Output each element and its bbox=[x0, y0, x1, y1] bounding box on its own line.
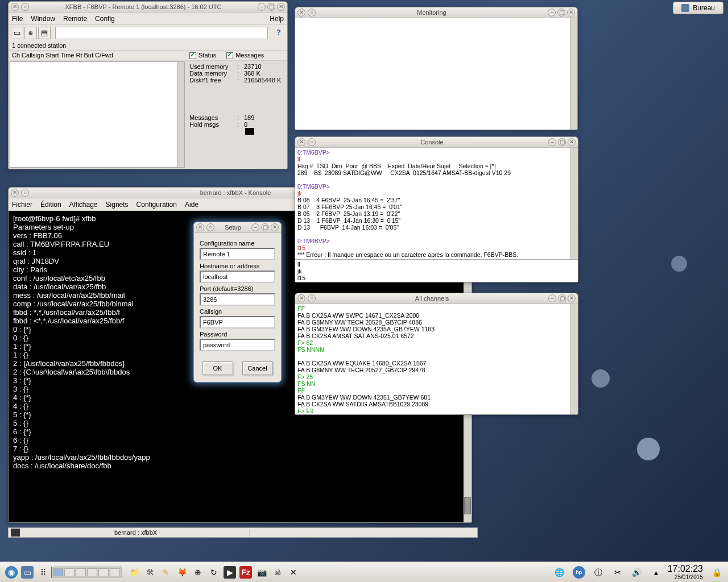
close-icon[interactable]: ✕ bbox=[277, 3, 285, 11]
network-icon[interactable]: 🌐 bbox=[553, 566, 566, 579]
dolphin-icon[interactable]: 📁 bbox=[128, 566, 140, 579]
maximize-icon[interactable]: ▢ bbox=[558, 138, 566, 146]
menu-bookmarks[interactable]: Signets bbox=[106, 201, 129, 209]
maximize-icon[interactable]: ▢ bbox=[557, 9, 565, 16]
console-output[interactable]: 0:TM6BVP> ll Hsg # TSD Dim Pour @ BBS Ex… bbox=[295, 148, 578, 259]
monitoring-scrollbar[interactable] bbox=[570, 18, 577, 130]
menu-view[interactable]: Affichage bbox=[69, 201, 98, 209]
window-menu-icon[interactable]: ✕ bbox=[297, 138, 305, 146]
kmenu-icon[interactable]: ◉ bbox=[5, 566, 18, 579]
desktop-2[interactable] bbox=[64, 568, 75, 576]
monitoring-titlebar[interactable]: ✕○ Monitoring –▢✕ bbox=[295, 7, 577, 18]
tool-gauge-icon[interactable]: ⎈ bbox=[24, 27, 37, 39]
help-icon[interactable]: ? bbox=[272, 27, 285, 39]
logout-icon[interactable]: 🔒 bbox=[710, 566, 723, 579]
notifications-icon[interactable]: ⓘ bbox=[592, 566, 605, 579]
show-desktop-icon[interactable]: ▭ bbox=[21, 566, 34, 579]
desktop-5[interactable] bbox=[98, 568, 109, 576]
volume-icon[interactable]: 🔊 bbox=[631, 566, 643, 579]
menu-remote[interactable]: Remote bbox=[63, 15, 87, 23]
close-icon[interactable]: ✕ bbox=[271, 223, 279, 231]
firefox-icon[interactable]: 🦊 bbox=[176, 566, 188, 579]
minimize-icon[interactable]: – bbox=[251, 223, 259, 231]
status-checkbox[interactable]: Status bbox=[189, 52, 216, 59]
desktop-pager[interactable] bbox=[51, 567, 122, 578]
port-input[interactable] bbox=[200, 293, 275, 306]
maximize-icon[interactable]: ▢ bbox=[261, 223, 269, 231]
window-menu-icon[interactable]: ✕ bbox=[297, 294, 305, 302]
close-icon[interactable]: ✕ bbox=[568, 294, 576, 302]
command-input[interactable] bbox=[55, 27, 268, 39]
menu-file[interactable]: Fichier bbox=[12, 201, 32, 209]
settings-icon[interactable]: 🛠 bbox=[144, 566, 156, 579]
monitoring-output[interactable] bbox=[295, 18, 577, 130]
channels-output[interactable]: FF FA B CX2SA WW SWPC 14671_CX2SA 2000 F… bbox=[295, 304, 578, 414]
screenshot-icon[interactable]: 📷 bbox=[255, 566, 268, 579]
tool-list-icon[interactable]: ▤ bbox=[38, 27, 51, 39]
tray-arrow-icon[interactable]: ▴ bbox=[650, 566, 663, 579]
tool-icon[interactable]: ✎ bbox=[160, 566, 172, 579]
xfbb-titlebar[interactable]: ✕ ○ XFBB - F6BVP - Remote 1 (localhost:3… bbox=[9, 2, 287, 13]
clipboard-icon[interactable]: ✂ bbox=[611, 566, 624, 579]
window-pin-icon[interactable]: ○ bbox=[308, 138, 316, 146]
ok-button[interactable]: OK bbox=[202, 361, 233, 375]
refresh-icon[interactable]: ↻ bbox=[208, 566, 220, 579]
terminal-icon[interactable]: ▶ bbox=[224, 566, 236, 579]
menu-config[interactable]: Configuration bbox=[136, 201, 177, 209]
window-menu-icon[interactable]: ✕ bbox=[196, 223, 204, 231]
station-scrollbar[interactable] bbox=[177, 62, 184, 167]
console-input[interactable]: ll jk l15 bbox=[295, 259, 578, 282]
menu-config[interactable]: Config bbox=[95, 15, 115, 23]
tool-console-icon[interactable]: ▭ bbox=[11, 27, 23, 39]
window-pin-icon[interactable]: ○ bbox=[21, 189, 29, 197]
cancel-button[interactable]: Cancel bbox=[242, 361, 273, 375]
menu-file[interactable]: File bbox=[12, 15, 23, 23]
minimize-icon[interactable]: – bbox=[548, 138, 556, 146]
menu-help[interactable]: Help bbox=[270, 15, 284, 23]
taskbar-entry[interactable]: bernard : xfbbX bbox=[8, 527, 478, 538]
maximize-icon[interactable]: ▢ bbox=[267, 3, 275, 11]
panel-clock[interactable]: 17:02:23 25/01/2015 bbox=[668, 564, 705, 580]
host-input[interactable] bbox=[200, 271, 275, 283]
console-scrollbar[interactable] bbox=[570, 148, 578, 259]
desktop-4[interactable] bbox=[87, 568, 97, 576]
desktop-3[interactable] bbox=[76, 568, 86, 576]
desktop-pager-button[interactable]: Bureau bbox=[673, 2, 723, 14]
skull-icon[interactable]: ☠ bbox=[271, 566, 284, 579]
close-icon[interactable]: ✕ bbox=[567, 9, 575, 16]
window-menu-icon[interactable]: ✕ bbox=[297, 9, 305, 16]
hp-icon[interactable]: hp bbox=[573, 566, 585, 579]
window-menu-icon[interactable]: ✕ bbox=[11, 189, 19, 197]
menu-edit[interactable]: Édition bbox=[40, 201, 61, 209]
call-input[interactable] bbox=[200, 316, 275, 329]
activities-icon[interactable]: ⠿ bbox=[37, 566, 49, 579]
console-title: Console bbox=[316, 139, 548, 146]
channels-titlebar[interactable]: ✕○ All channels –▢✕ bbox=[295, 293, 578, 304]
setup-titlebar[interactable]: ✕ ○ Setup – ▢ ✕ bbox=[194, 222, 281, 233]
menu-help[interactable]: Aide bbox=[185, 201, 198, 209]
pass-input[interactable] bbox=[200, 339, 275, 351]
menu-window[interactable]: Window bbox=[31, 15, 55, 23]
desktop-1[interactable] bbox=[53, 568, 63, 576]
window-pin-icon[interactable]: ○ bbox=[21, 3, 29, 11]
filezilla-icon[interactable]: Fz bbox=[239, 566, 252, 579]
desktop-6[interactable] bbox=[110, 568, 120, 576]
minimize-icon[interactable]: – bbox=[258, 3, 266, 11]
minimize-icon[interactable]: – bbox=[548, 294, 556, 302]
host-label: Hostname or address bbox=[200, 263, 275, 269]
window-pin-icon[interactable]: ○ bbox=[206, 223, 214, 231]
cfg-input[interactable] bbox=[200, 248, 275, 260]
console-titlebar[interactable]: ✕○ Console –▢✕ bbox=[295, 137, 578, 148]
window-menu-icon[interactable]: ✕ bbox=[11, 3, 19, 11]
help-icon[interactable]: ⊕ bbox=[192, 566, 204, 579]
station-list[interactable] bbox=[10, 61, 185, 168]
channels-scrollbar[interactable] bbox=[570, 304, 578, 414]
minimize-icon[interactable]: – bbox=[548, 9, 556, 16]
task-app-icon bbox=[11, 529, 20, 537]
window-pin-icon[interactable]: ○ bbox=[308, 294, 316, 302]
app-icon[interactable]: ✕ bbox=[287, 566, 300, 579]
messages-checkbox[interactable]: Messages bbox=[226, 52, 264, 59]
maximize-icon[interactable]: ▢ bbox=[558, 294, 566, 302]
window-pin-icon[interactable]: ○ bbox=[308, 9, 316, 16]
close-icon[interactable]: ✕ bbox=[568, 138, 576, 146]
